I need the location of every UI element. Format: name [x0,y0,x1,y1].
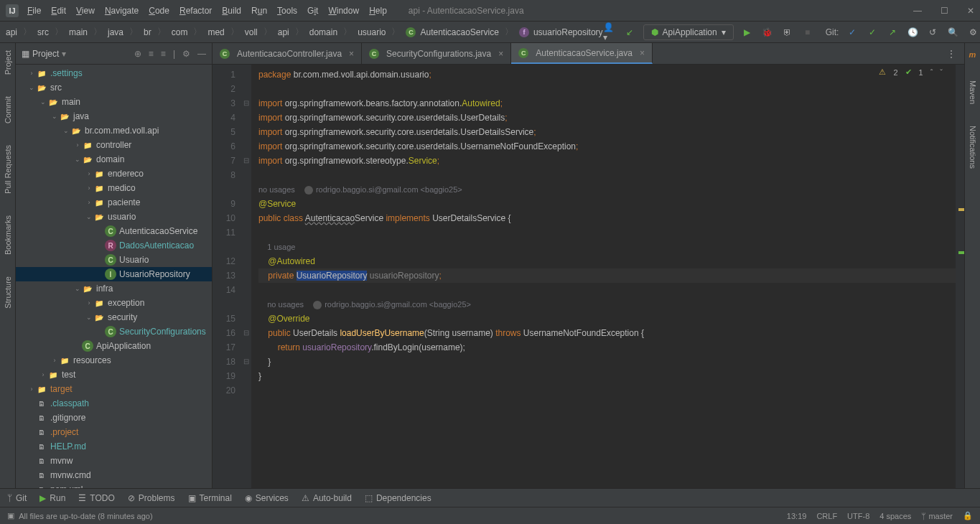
caret-icon[interactable]: ⌄ [73,156,82,163]
line-separator[interactable]: CRLF [816,512,837,520]
tree-row[interactable]: ⌄📂java [16,109,212,123]
run-button[interactable]: ▶ [741,26,754,39]
git-branch[interactable]: ᛘ master [921,512,953,520]
tree-row[interactable]: ⌄📂infra [16,281,212,296]
maximize-button[interactable]: ☐ [941,6,948,16]
caret-icon[interactable]: › [85,184,93,192]
tool-project[interactable]: Project [4,50,12,75]
chevron-up-icon[interactable]: ˆ [930,68,933,77]
menu-view[interactable]: View [76,6,95,16]
caret-icon[interactable]: › [27,385,36,393]
tree-row[interactable]: 🗎mvnw [16,454,212,468]
ok-marker[interactable] [958,251,964,254]
editor-tab[interactable]: CSecurityConfigurations.java× [362,43,511,64]
close-icon[interactable]: × [640,48,645,58]
caret-icon[interactable]: › [39,371,47,378]
settings-icon[interactable]: ⚙ [966,26,979,39]
file-encoding[interactable]: UTF-8 [847,512,869,520]
close-icon[interactable]: × [498,49,503,59]
tree-row[interactable]: CSecurityConfigurations [16,324,212,339]
tree-row[interactable]: ›📁controller [16,138,212,152]
breadcrumb-item[interactable]: br [144,27,151,37]
bottom-tab-problems[interactable]: ⊘Problems [128,493,175,503]
tool-pull-requests[interactable]: Pull Requests [4,145,12,194]
breadcrumb-item[interactable]: com [172,27,188,37]
tool-notifications[interactable]: Notifications [969,126,977,169]
menu-git[interactable]: Git [307,6,318,16]
tree-row[interactable]: ⌄📂domain [16,152,212,167]
breadcrumb-item[interactable]: domain [309,27,337,37]
collapse-all-icon[interactable]: ≡ [161,49,166,59]
bottom-tab-autobuild[interactable]: ⚠Auto-build [302,493,352,503]
status-icon[interactable]: ▣ [7,511,14,520]
git-fetch-icon[interactable]: ↙ [623,26,636,39]
breadcrumb-item[interactable]: voll [245,27,258,37]
tree-row[interactable]: ⌄📂security [16,310,212,324]
code-content[interactable]: package br.com.med.voll.api.domain.usuar… [251,65,956,488]
expand-all-icon[interactable]: ≡ [149,49,154,59]
tab-menu-icon[interactable]: ⋮ [938,43,964,64]
search-icon[interactable]: 🔍 [946,26,959,39]
git-rollback-icon[interactable]: ↺ [926,26,939,39]
breadcrumb-field[interactable]: usuarioRepository [533,27,603,37]
tree-row[interactable]: CUsuario [16,253,212,267]
minimize-button[interactable]: — [913,6,922,16]
menu-navigate[interactable]: Navigate [105,6,139,16]
menu-file[interactable]: File [27,6,41,16]
menu-run[interactable]: Run [251,6,267,16]
tree-row[interactable]: CApiApplication [16,339,212,353]
tool-maven[interactable]: Maven [969,80,977,104]
menu-refactor[interactable]: Refactor [179,6,212,16]
chevron-down-icon[interactable]: ˇ [940,68,943,77]
menu-tools[interactable]: Tools [277,6,297,16]
tool-commit[interactable]: Commit [4,96,12,123]
breadcrumb-class[interactable]: AutenticacaoService [420,27,498,37]
tree-row[interactable]: ›📁.settings [16,66,212,80]
inspections-widget[interactable]: ⚠2 ✔1 ˆ ˇ [879,67,943,77]
cursor-position[interactable]: 13:19 [787,512,807,520]
indent-info[interactable]: 4 spaces [879,512,911,520]
caret-icon[interactable]: ⌄ [27,84,36,91]
caret-icon[interactable]: ⌄ [50,113,59,120]
tree-row[interactable]: RDadosAutenticacao [16,238,212,253]
warning-marker[interactable] [958,208,964,211]
caret-icon[interactable]: ⌄ [39,98,47,106]
tree-row[interactable]: 🗎HELP.md [16,439,212,454]
menu-build[interactable]: Build [222,6,241,16]
tool-structure[interactable]: Structure [4,276,12,309]
tree-row[interactable]: 🗎.project [16,425,212,439]
bottom-tab-git[interactable]: ᛘGit [7,493,27,503]
bottom-tab-terminal[interactable]: ▣Terminal [188,493,232,503]
close-button[interactable]: ✕ [967,6,974,16]
menu-help[interactable]: Help [369,6,387,16]
tree-row[interactable]: IUsuarioRepository [16,267,212,281]
caret-icon[interactable]: › [85,170,93,177]
tree-row[interactable]: 🗎.gitignore [16,411,212,425]
tree-row[interactable]: ⌄📂main [16,95,212,109]
tree-row[interactable]: ⌄📂br.com.med.voll.api [16,123,212,138]
run-config-select[interactable]: ⬢ ApiApplication ▾ [643,24,734,40]
bottom-tab-services[interactable]: ◉Services [245,493,289,503]
tree-row[interactable]: ›📁paciente [16,195,212,210]
caret-icon[interactable]: ⌄ [73,285,82,292]
menu-edit[interactable]: Edit [51,6,66,16]
menu-code[interactable]: Code [149,6,169,16]
error-stripe[interactable] [956,65,964,488]
debug-button[interactable]: 🐞 [761,26,774,39]
caret-icon[interactable]: ⌄ [62,127,70,134]
git-commit-icon[interactable]: ✓ [866,26,879,39]
caret-icon[interactable]: › [85,299,93,307]
tree-row[interactable]: ›📁resources [16,353,212,368]
breadcrumb-item[interactable]: usuario [358,27,386,37]
tree-row[interactable]: 🗎mvnw.cmd [16,468,212,482]
tree-row[interactable]: CAutenticacaoService [16,224,212,238]
select-opened-file-icon[interactable]: ⊕ [134,49,141,59]
caret-icon[interactable]: › [73,141,82,149]
tree-row[interactable]: ›📁target [16,382,212,396]
git-history-icon[interactable]: 🕓 [906,26,919,39]
caret-icon[interactable]: ⌄ [85,314,93,321]
tree-row[interactable]: 🗎.classpath [16,396,212,411]
tree-row[interactable]: ›📁endereco [16,167,212,181]
tree-row[interactable]: 🗎pom.xml [16,482,212,488]
tree-row[interactable]: ›📁medico [16,181,212,195]
